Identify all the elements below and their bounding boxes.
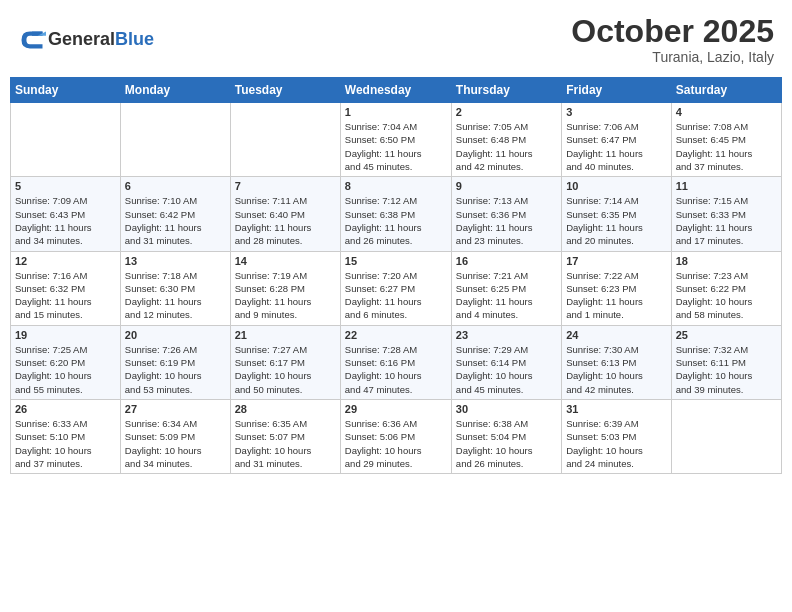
day-number: 18	[676, 255, 777, 267]
logo-text: GeneralBlue	[48, 30, 154, 50]
calendar-cell: 2Sunrise: 7:05 AM Sunset: 6:48 PM Daylig…	[451, 103, 561, 177]
day-number: 13	[125, 255, 226, 267]
weekday-header-wednesday: Wednesday	[340, 78, 451, 103]
day-number: 19	[15, 329, 116, 341]
calendar-cell: 20Sunrise: 7:26 AM Sunset: 6:19 PM Dayli…	[120, 325, 230, 399]
day-info: Sunrise: 7:11 AM Sunset: 6:40 PM Dayligh…	[235, 194, 336, 247]
day-number: 8	[345, 180, 447, 192]
calendar-cell: 26Sunrise: 6:33 AM Sunset: 5:10 PM Dayli…	[11, 399, 121, 473]
calendar-cell: 4Sunrise: 7:08 AM Sunset: 6:45 PM Daylig…	[671, 103, 781, 177]
day-number: 29	[345, 403, 447, 415]
weekday-header-saturday: Saturday	[671, 78, 781, 103]
day-number: 15	[345, 255, 447, 267]
calendar-cell: 13Sunrise: 7:18 AM Sunset: 6:30 PM Dayli…	[120, 251, 230, 325]
weekday-header-tuesday: Tuesday	[230, 78, 340, 103]
day-info: Sunrise: 7:13 AM Sunset: 6:36 PM Dayligh…	[456, 194, 557, 247]
day-number: 22	[345, 329, 447, 341]
day-info: Sunrise: 7:21 AM Sunset: 6:25 PM Dayligh…	[456, 269, 557, 322]
day-number: 2	[456, 106, 557, 118]
weekday-header-row: SundayMondayTuesdayWednesdayThursdayFrid…	[11, 78, 782, 103]
logo-icon	[18, 26, 46, 54]
calendar-cell	[11, 103, 121, 177]
day-info: Sunrise: 7:29 AM Sunset: 6:14 PM Dayligh…	[456, 343, 557, 396]
calendar-cell: 23Sunrise: 7:29 AM Sunset: 6:14 PM Dayli…	[451, 325, 561, 399]
day-info: Sunrise: 7:28 AM Sunset: 6:16 PM Dayligh…	[345, 343, 447, 396]
day-info: Sunrise: 7:16 AM Sunset: 6:32 PM Dayligh…	[15, 269, 116, 322]
calendar-cell: 29Sunrise: 6:36 AM Sunset: 5:06 PM Dayli…	[340, 399, 451, 473]
day-info: Sunrise: 7:10 AM Sunset: 6:42 PM Dayligh…	[125, 194, 226, 247]
calendar-cell: 18Sunrise: 7:23 AM Sunset: 6:22 PM Dayli…	[671, 251, 781, 325]
day-info: Sunrise: 7:08 AM Sunset: 6:45 PM Dayligh…	[676, 120, 777, 173]
calendar-cell: 17Sunrise: 7:22 AM Sunset: 6:23 PM Dayli…	[562, 251, 671, 325]
day-info: Sunrise: 7:22 AM Sunset: 6:23 PM Dayligh…	[566, 269, 666, 322]
day-info: Sunrise: 7:23 AM Sunset: 6:22 PM Dayligh…	[676, 269, 777, 322]
calendar-cell: 31Sunrise: 6:39 AM Sunset: 5:03 PM Dayli…	[562, 399, 671, 473]
calendar-cell: 7Sunrise: 7:11 AM Sunset: 6:40 PM Daylig…	[230, 177, 340, 251]
day-number: 24	[566, 329, 666, 341]
day-number: 3	[566, 106, 666, 118]
calendar-row-4: 26Sunrise: 6:33 AM Sunset: 5:10 PM Dayli…	[11, 399, 782, 473]
day-info: Sunrise: 7:15 AM Sunset: 6:33 PM Dayligh…	[676, 194, 777, 247]
calendar-cell: 22Sunrise: 7:28 AM Sunset: 6:16 PM Dayli…	[340, 325, 451, 399]
day-number: 1	[345, 106, 447, 118]
calendar-cell	[120, 103, 230, 177]
title-section: October 2025 Turania, Lazio, Italy	[571, 14, 774, 65]
day-number: 7	[235, 180, 336, 192]
weekday-header-sunday: Sunday	[11, 78, 121, 103]
day-info: Sunrise: 7:05 AM Sunset: 6:48 PM Dayligh…	[456, 120, 557, 173]
calendar-cell: 5Sunrise: 7:09 AM Sunset: 6:43 PM Daylig…	[11, 177, 121, 251]
day-number: 4	[676, 106, 777, 118]
calendar-cell: 25Sunrise: 7:32 AM Sunset: 6:11 PM Dayli…	[671, 325, 781, 399]
day-number: 25	[676, 329, 777, 341]
calendar-cell: 1Sunrise: 7:04 AM Sunset: 6:50 PM Daylig…	[340, 103, 451, 177]
day-number: 30	[456, 403, 557, 415]
day-number: 11	[676, 180, 777, 192]
calendar-cell: 11Sunrise: 7:15 AM Sunset: 6:33 PM Dayli…	[671, 177, 781, 251]
calendar-cell: 28Sunrise: 6:35 AM Sunset: 5:07 PM Dayli…	[230, 399, 340, 473]
day-number: 5	[15, 180, 116, 192]
day-number: 20	[125, 329, 226, 341]
day-number: 6	[125, 180, 226, 192]
day-info: Sunrise: 7:26 AM Sunset: 6:19 PM Dayligh…	[125, 343, 226, 396]
month-title: October 2025	[571, 14, 774, 49]
calendar-cell: 16Sunrise: 7:21 AM Sunset: 6:25 PM Dayli…	[451, 251, 561, 325]
day-info: Sunrise: 7:12 AM Sunset: 6:38 PM Dayligh…	[345, 194, 447, 247]
calendar-cell: 10Sunrise: 7:14 AM Sunset: 6:35 PM Dayli…	[562, 177, 671, 251]
calendar-row-3: 19Sunrise: 7:25 AM Sunset: 6:20 PM Dayli…	[11, 325, 782, 399]
day-number: 12	[15, 255, 116, 267]
day-info: Sunrise: 7:04 AM Sunset: 6:50 PM Dayligh…	[345, 120, 447, 173]
day-info: Sunrise: 6:36 AM Sunset: 5:06 PM Dayligh…	[345, 417, 447, 470]
day-info: Sunrise: 6:35 AM Sunset: 5:07 PM Dayligh…	[235, 417, 336, 470]
day-info: Sunrise: 6:38 AM Sunset: 5:04 PM Dayligh…	[456, 417, 557, 470]
calendar-table: SundayMondayTuesdayWednesdayThursdayFrid…	[10, 77, 782, 474]
day-info: Sunrise: 7:30 AM Sunset: 6:13 PM Dayligh…	[566, 343, 666, 396]
day-number: 28	[235, 403, 336, 415]
calendar-row-2: 12Sunrise: 7:16 AM Sunset: 6:32 PM Dayli…	[11, 251, 782, 325]
day-info: Sunrise: 7:27 AM Sunset: 6:17 PM Dayligh…	[235, 343, 336, 396]
day-info: Sunrise: 7:19 AM Sunset: 6:28 PM Dayligh…	[235, 269, 336, 322]
day-info: Sunrise: 6:33 AM Sunset: 5:10 PM Dayligh…	[15, 417, 116, 470]
day-number: 9	[456, 180, 557, 192]
day-info: Sunrise: 6:39 AM Sunset: 5:03 PM Dayligh…	[566, 417, 666, 470]
calendar-cell	[671, 399, 781, 473]
day-number: 16	[456, 255, 557, 267]
calendar-cell: 15Sunrise: 7:20 AM Sunset: 6:27 PM Dayli…	[340, 251, 451, 325]
calendar-cell	[230, 103, 340, 177]
calendar-row-0: 1Sunrise: 7:04 AM Sunset: 6:50 PM Daylig…	[11, 103, 782, 177]
day-number: 27	[125, 403, 226, 415]
calendar-cell: 8Sunrise: 7:12 AM Sunset: 6:38 PM Daylig…	[340, 177, 451, 251]
calendar-cell: 27Sunrise: 6:34 AM Sunset: 5:09 PM Dayli…	[120, 399, 230, 473]
day-info: Sunrise: 7:06 AM Sunset: 6:47 PM Dayligh…	[566, 120, 666, 173]
day-info: Sunrise: 7:20 AM Sunset: 6:27 PM Dayligh…	[345, 269, 447, 322]
day-number: 31	[566, 403, 666, 415]
calendar-row-1: 5Sunrise: 7:09 AM Sunset: 6:43 PM Daylig…	[11, 177, 782, 251]
weekday-header-friday: Friday	[562, 78, 671, 103]
day-number: 10	[566, 180, 666, 192]
header: GeneralBlue October 2025 Turania, Lazio,…	[10, 10, 782, 69]
day-info: Sunrise: 7:25 AM Sunset: 6:20 PM Dayligh…	[15, 343, 116, 396]
day-number: 23	[456, 329, 557, 341]
day-info: Sunrise: 7:14 AM Sunset: 6:35 PM Dayligh…	[566, 194, 666, 247]
day-info: Sunrise: 7:09 AM Sunset: 6:43 PM Dayligh…	[15, 194, 116, 247]
logo: GeneralBlue	[18, 26, 154, 54]
calendar-cell: 19Sunrise: 7:25 AM Sunset: 6:20 PM Dayli…	[11, 325, 121, 399]
